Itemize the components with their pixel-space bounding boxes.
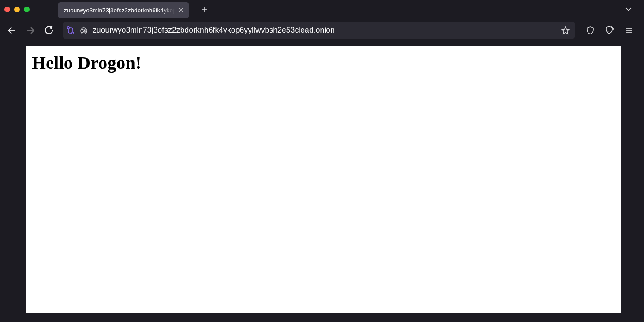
list-all-tabs-button[interactable]: [621, 3, 636, 16]
chevron-down-icon: [625, 5, 633, 13]
bookmark-button[interactable]: [559, 24, 572, 37]
svg-point-11: [83, 30, 84, 31]
page-body: Hello Drogon!: [26, 46, 621, 313]
arrow-right-icon: [26, 26, 35, 35]
window-maximize-button[interactable]: [24, 7, 30, 12]
hamburger-icon: [625, 26, 633, 34]
svg-point-7: [67, 26, 69, 28]
toolbar-right-group: [580, 23, 639, 38]
window-controls: [4, 7, 30, 12]
svg-point-15: [611, 26, 612, 27]
reload-button[interactable]: [41, 23, 57, 38]
svg-point-10: [82, 29, 86, 33]
new-tab-button[interactable]: [198, 3, 211, 16]
window-close-button[interactable]: [4, 7, 10, 12]
plus-icon: [201, 6, 208, 13]
svg-marker-12: [562, 26, 569, 34]
tab-strip: zuourwyo3mln73j3ofsz2zbdorknh6fk4ykop6yy…: [36, 0, 640, 19]
tab-close-button[interactable]: [177, 6, 185, 14]
url-text: zuourwyo3mln73j3ofsz2zbdorknh6fk4ykop6yy…: [93, 26, 555, 35]
svg-point-14: [613, 28, 614, 30]
page-heading: Hello Drogon!: [32, 52, 616, 73]
browser-tab-active[interactable]: zuourwyo3mln73j3ofsz2zbdorknh6fk4ykop6yy…: [58, 2, 189, 18]
window-minimize-button[interactable]: [14, 7, 20, 12]
svg-point-8: [72, 32, 74, 34]
window-titlebar: zuourwyo3mln73j3ofsz2zbdorknh6fk4ykop6yy…: [0, 0, 644, 19]
browser-content-area: Hello Drogon!: [0, 42, 644, 322]
forward-button[interactable]: [22, 23, 39, 38]
address-bar[interactable]: zuourwyo3mln73j3ofsz2zbdorknh6fk4ykop6yy…: [63, 22, 575, 39]
tor-circuit-icon[interactable]: [66, 26, 75, 35]
shield-button[interactable]: [580, 23, 600, 38]
reload-icon: [45, 26, 53, 35]
security-level-button[interactable]: [600, 23, 619, 38]
tab-title: zuourwyo3mln73j3ofsz2zbdorknh6fk4ykop6yy…: [64, 7, 177, 14]
back-button[interactable]: [4, 23, 20, 38]
arrow-left-icon: [7, 26, 17, 35]
close-icon: [178, 7, 183, 13]
application-menu-button[interactable]: [619, 23, 639, 38]
onion-site-icon[interactable]: [79, 26, 88, 35]
security-level-icon: [605, 26, 614, 35]
onion-icon: [80, 26, 88, 34]
star-icon: [561, 26, 570, 35]
navigation-toolbar: zuourwyo3mln73j3ofsz2zbdorknh6fk4ykop6yy…: [0, 19, 644, 42]
shield-icon: [586, 26, 595, 35]
circuit-icon: [66, 26, 75, 35]
